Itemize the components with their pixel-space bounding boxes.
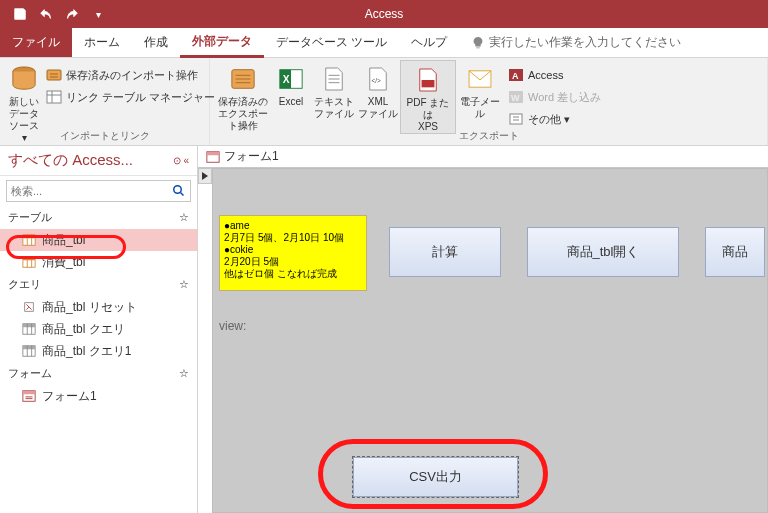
ribbon: 新しいデータ ソース ▾ 保存済みのインポート操作 リンク テーブル マネージャ…: [0, 58, 768, 146]
svg-text:X: X: [283, 74, 290, 85]
nav-item-query-2[interactable]: 商品_tbl クエリ1: [0, 340, 197, 362]
svg-rect-2: [47, 91, 61, 103]
link-table-icon: [46, 89, 62, 105]
form-tab[interactable]: フォーム1: [198, 146, 768, 168]
svg-rect-25: [23, 391, 35, 395]
content-area: すべての Access... ⊙ « テーブル ☆ 商品_tbl 消費_tbl …: [0, 146, 768, 513]
form-body: ●ame 2月7日 5個、2月10日 10個 ●cokie 2月20日 5個 他…: [212, 168, 768, 513]
undo-icon[interactable]: [34, 3, 58, 25]
svg-point-15: [174, 186, 182, 194]
search-icon[interactable]: [168, 181, 190, 201]
export-text-button[interactable]: テキスト ファイル: [312, 60, 356, 120]
nav-item-shouhin-tbl[interactable]: 商品_tbl: [0, 229, 197, 251]
tab-create[interactable]: 作成: [132, 28, 180, 57]
saved-import-icon: [46, 67, 62, 83]
tab-file[interactable]: ファイル: [0, 28, 72, 57]
app-title: Access: [365, 7, 404, 21]
navigation-pane: すべての Access... ⊙ « テーブル ☆ 商品_tbl 消費_tbl …: [0, 146, 198, 513]
nav-item-query-1[interactable]: 商品_tbl クエリ: [0, 318, 197, 340]
csv-export-button[interactable]: CSV出力: [353, 457, 518, 497]
nav-search: [6, 180, 191, 202]
form-work-area: フォーム1 ●ame 2月7日 5個、2月10日 10個 ●cokie 2月20…: [198, 146, 768, 513]
record-selector[interactable]: [198, 168, 212, 184]
pdf-icon: [412, 65, 444, 95]
collapse-icon: ☆: [179, 211, 189, 224]
svg-rect-27: [207, 151, 219, 155]
svg-rect-1: [47, 70, 61, 80]
view-label: view:: [219, 319, 246, 333]
nav-category-tables[interactable]: テーブル ☆: [0, 206, 197, 229]
calculate-button[interactable]: 計算: [389, 227, 501, 277]
export-excel-button[interactable]: X Excel: [270, 60, 312, 108]
svg-text:A: A: [512, 71, 519, 81]
export-access-button[interactable]: A Access: [504, 64, 605, 86]
export-other-button[interactable]: その他 ▾: [504, 108, 605, 130]
svg-rect-8: [422, 80, 435, 87]
nav-pane-header[interactable]: すべての Access... ⊙ «: [0, 146, 197, 176]
chevron-down-icon: ⊙ «: [173, 155, 189, 166]
ribbon-group-label: エクスポート: [210, 129, 767, 143]
svg-rect-19: [23, 257, 35, 261]
nav-item-query-reset[interactable]: 商品_tbl リセット: [0, 296, 197, 318]
note-label: ●ame 2月7日 5個、2月10日 10個 ●cokie 2月20日 5個 他…: [219, 215, 367, 291]
nav-category-forms[interactable]: フォーム ☆: [0, 362, 197, 385]
current-record-icon: [202, 172, 208, 180]
svg-rect-23: [23, 346, 35, 350]
xml-file-icon: </>: [362, 64, 394, 94]
email-icon: [464, 64, 496, 94]
nav-category-queries[interactable]: クエリ ☆: [0, 273, 197, 296]
svg-rect-17: [23, 235, 35, 239]
export-email-button[interactable]: 電子メール: [456, 60, 504, 120]
qat-customize-icon[interactable]: ▾: [86, 3, 110, 25]
tab-help[interactable]: ヘルプ: [399, 28, 459, 57]
other-export-icon: [508, 111, 524, 127]
export-xml-button[interactable]: </> XML ファイル: [356, 60, 400, 120]
open-item-table-button[interactable]: 商品_tbl開く: [527, 227, 679, 277]
collapse-icon: ☆: [179, 367, 189, 380]
svg-rect-21: [23, 324, 35, 328]
saved-exports-icon: [227, 64, 259, 94]
action-query-icon: [22, 300, 36, 314]
tab-database-tools[interactable]: データベース ツール: [264, 28, 399, 57]
ribbon-group-label: インポートとリンク: [0, 129, 209, 143]
lightbulb-icon: [471, 36, 485, 50]
item-button[interactable]: 商品: [705, 227, 765, 277]
ribbon-tabs: ファイル ホーム 作成 外部データ データベース ツール ヘルプ 実行したい作業…: [0, 28, 768, 58]
excel-icon: X: [275, 64, 307, 94]
tab-external-data[interactable]: 外部データ: [180, 28, 264, 58]
access-icon: A: [508, 67, 524, 83]
text-file-icon: [318, 64, 350, 94]
quick-access-toolbar: ▾ Access: [0, 0, 768, 28]
query-icon: [22, 322, 36, 336]
nav-search-input[interactable]: [7, 181, 168, 201]
saved-imports-button[interactable]: 保存済みのインポート操作: [42, 64, 219, 86]
link-table-manager-button[interactable]: リンク テーブル マネージャー: [42, 86, 219, 108]
ribbon-group-import: 新しいデータ ソース ▾ 保存済みのインポート操作 リンク テーブル マネージャ…: [0, 58, 210, 145]
table-icon: [22, 255, 36, 269]
svg-text:W: W: [511, 93, 520, 103]
ribbon-group-export: 保存済みの エクスポート操作 X Excel テキスト ファイル </> XML…: [210, 58, 768, 145]
word-icon: W: [508, 89, 524, 105]
table-icon: [22, 233, 36, 247]
tab-home[interactable]: ホーム: [72, 28, 132, 57]
collapse-icon: ☆: [179, 278, 189, 291]
export-pdf-xps-button[interactable]: PDF または XPS: [400, 60, 456, 134]
nav-item-shouhi-tbl[interactable]: 消費_tbl: [0, 251, 197, 273]
form-icon: [206, 150, 220, 164]
export-word-merge-button[interactable]: W Word 差し込み: [504, 86, 605, 108]
query-icon: [22, 344, 36, 358]
save-icon[interactable]: [8, 3, 32, 25]
form-icon: [22, 389, 36, 403]
nav-item-form1[interactable]: フォーム1: [0, 385, 197, 407]
svg-rect-14: [510, 114, 522, 124]
svg-text:</>: </>: [372, 77, 382, 84]
redo-icon[interactable]: [60, 3, 84, 25]
tell-me-search[interactable]: 実行したい作業を入力してください: [459, 28, 681, 57]
saved-exports-button[interactable]: 保存済みの エクスポート操作: [216, 60, 270, 132]
database-icon: [8, 64, 40, 94]
